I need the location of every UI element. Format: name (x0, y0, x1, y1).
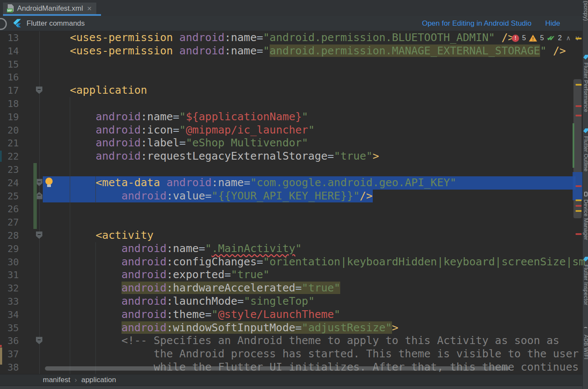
tool-window-button--scrcpy-[interactable]: (scrcpy) (583, 0, 588, 21)
code-line[interactable]: 22 android:requestLegacyExternalStorage=… (0, 150, 588, 163)
code-text[interactable]: android:windowSoftInputMode="adjustResiz… (44, 321, 398, 335)
code-line[interactable]: 27 (0, 216, 588, 229)
line-number[interactable]: 23 (0, 164, 19, 175)
code-line[interactable]: 17 <application (0, 84, 588, 97)
line-number[interactable]: 37 (0, 348, 19, 360)
breadcrumb-manifest[interactable]: manifest (43, 376, 70, 384)
line-number[interactable]: 31 (0, 269, 19, 281)
code-text[interactable]: android:launchMode="singleTop" (44, 295, 315, 308)
code-line[interactable]: 20 android:icon="@mipmap/ic_launcher" (0, 124, 588, 137)
code-text[interactable]: <meta-data android:name="com.google.andr… (44, 176, 456, 190)
code-line[interactable]: 13 <uses-permission android:name="androi… (0, 31, 588, 45)
line-number[interactable]: 26 (0, 203, 19, 215)
line-number[interactable]: 30 (0, 256, 19, 268)
line-number[interactable]: 27 (0, 217, 19, 228)
code-line[interactable]: 31 android:exported="true" (0, 268, 588, 282)
code-line[interactable]: 24 <meta-data android:name="com.google.a… (0, 176, 588, 190)
fold-marker-icon[interactable] (36, 179, 42, 186)
stripe-error-mark[interactable] (576, 205, 582, 207)
line-number[interactable]: 29 (0, 243, 19, 255)
stripe-error-mark[interactable] (576, 233, 582, 235)
code-text[interactable]: <uses-permission android:name="android.p… (44, 45, 566, 58)
line-number[interactable]: 33 (0, 296, 19, 307)
error-stripe-scrollbar[interactable] (573, 31, 582, 374)
breadcrumb-application[interactable]: application (81, 376, 116, 384)
inspections-widget[interactable]: ! 5 ! 5 ✔✔ 2 ∧ ∨ (512, 33, 580, 44)
line-number[interactable]: 25 (0, 190, 19, 202)
stripe-warning-mark[interactable] (576, 210, 582, 212)
line-number[interactable]: 28 (0, 230, 19, 241)
stripe-error-mark[interactable] (576, 115, 582, 116)
line-number[interactable]: 36 (0, 335, 19, 347)
fold-marker-icon[interactable] (36, 86, 42, 94)
stripe-warning-mark[interactable] (576, 38, 582, 39)
code-line[interactable]: 33 android:launchMode="singleTop" (0, 295, 588, 308)
code-line[interactable]: 32 android:hardwareAccelerated="true" (0, 282, 588, 295)
stripe-warning-mark[interactable] (576, 84, 582, 86)
code-text[interactable]: <!-- Specifies an Android theme to apply… (44, 334, 559, 347)
code-line[interactable]: 18 (0, 97, 588, 110)
code-line[interactable]: 36 <!-- Specifies an Android theme to ap… (0, 334, 588, 347)
line-number[interactable]: 35 (0, 322, 19, 334)
line-number[interactable]: 32 (0, 282, 19, 294)
code-text[interactable]: android:exported="true" (44, 268, 270, 282)
code-text[interactable]: <activity (44, 229, 154, 242)
code-line[interactable]: 26 (0, 202, 588, 216)
code-text[interactable]: android:requestLegacyExternalStorage="tr… (44, 150, 379, 163)
code-line[interactable]: 23 (0, 163, 588, 176)
stripe-warning-mark[interactable] (576, 199, 582, 201)
line-number[interactable]: 24 (0, 177, 19, 189)
code-line[interactable]: 29 android:name=".MainActivity" (0, 242, 588, 255)
stripe-error-mark[interactable] (576, 105, 582, 107)
code-line[interactable]: 21 android:label="eShop Multivendor" (0, 137, 588, 150)
tool-window-button-device-manager[interactable]: Device Manager (583, 192, 588, 240)
tab-close-icon[interactable]: ✕ (87, 6, 92, 12)
tool-window-button-flutter-performance[interactable]: Flutter Performance (583, 55, 588, 112)
code-text[interactable]: android:name=".MainActivity" (44, 242, 302, 255)
line-number[interactable]: 22 (0, 151, 19, 162)
code-text[interactable]: android:configChanges="orientation|keybo… (44, 255, 585, 269)
tool-window-button-flutter-outline[interactable]: Flutter Outline (583, 128, 588, 172)
code-line[interactable]: 15 (0, 58, 588, 71)
code-text[interactable]: <application (44, 84, 147, 97)
line-number[interactable]: 18 (0, 98, 19, 110)
horizontal-scrollbar[interactable] (45, 366, 510, 371)
code-line[interactable]: 14 <uses-permission android:name="androi… (0, 45, 588, 58)
code-line[interactable]: 19 android:name="${applicationName}" (0, 110, 588, 124)
line-number[interactable]: 38 (0, 362, 19, 373)
intention-bulb-icon[interactable] (45, 178, 53, 185)
stripe-error-mark[interactable] (576, 185, 582, 187)
previous-problem-icon[interactable]: ∧ (566, 34, 571, 42)
tab-androidmanifest[interactable]: MF AndroidManifest.xml ✕ (3, 3, 96, 14)
line-number[interactable]: 19 (0, 111, 19, 123)
line-number[interactable]: 15 (0, 59, 19, 70)
fold-marker-icon[interactable] (36, 337, 42, 344)
code-text[interactable]: android:theme="@style/LaunchTheme" (44, 308, 340, 321)
code-line[interactable]: 16 (0, 71, 588, 84)
code-line[interactable]: 25 android:value="{{YOUR_API_KEY_HERE}}"… (0, 190, 588, 203)
code-text[interactable]: <uses-permission android:name="android.p… (44, 31, 514, 45)
code-line[interactable]: 37 the Android process has started. This… (0, 347, 588, 361)
line-number[interactable]: 13 (0, 32, 19, 44)
line-number[interactable]: 14 (0, 45, 19, 57)
hide-banner-link[interactable]: Hide (545, 19, 560, 28)
code-text[interactable]: android:icon="@mipmap/ic_launcher" (44, 124, 315, 137)
code-text[interactable]: android:label="eShop Multivendor" (44, 137, 308, 150)
fold-marker-icon[interactable] (36, 232, 42, 239)
line-number[interactable]: 16 (0, 71, 19, 83)
code-text[interactable]: android:name="${applicationName}" (44, 110, 308, 124)
code-text[interactable]: android:hardwareAccelerated="true" (44, 282, 340, 295)
code-line[interactable]: 35 android:windowSoftInputMode="adjustRe… (0, 321, 588, 335)
line-number[interactable]: 21 (0, 137, 19, 149)
code-line[interactable]: 30 android:configChanges="orientation|ke… (0, 255, 588, 269)
line-number[interactable]: 20 (0, 125, 19, 136)
code-text[interactable]: android:value="{{YOUR_API_KEY_HERE}}"/> (44, 190, 373, 203)
line-number[interactable]: 17 (0, 85, 19, 96)
code-line[interactable]: 34 android:theme="@style/LaunchTheme" (0, 308, 588, 321)
code-line[interactable]: 28 <activity (0, 229, 588, 242)
code-text[interactable]: the Android process has started. This th… (44, 347, 579, 361)
open-in-android-studio-link[interactable]: Open for Editing in Android Studio (422, 19, 532, 28)
tool-window-button-adb-wifi[interactable]: ADB WIFI (583, 327, 588, 359)
code-editor[interactable]: 13 <uses-permission android:name="androi… (0, 31, 588, 374)
line-number[interactable]: 34 (0, 309, 19, 321)
